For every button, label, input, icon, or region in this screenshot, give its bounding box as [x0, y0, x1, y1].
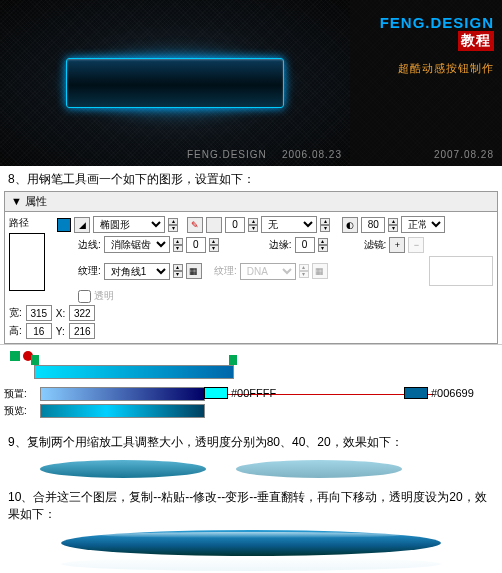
edge2-label: 边缘: [269, 238, 292, 252]
footer-date-left: 2006.08.23 [282, 149, 342, 160]
fill-swatch[interactable] [57, 218, 71, 232]
texture-edit-icon[interactable]: ▦ [186, 263, 202, 279]
edge-amount[interactable] [186, 237, 206, 253]
edge-select[interactable]: 消除锯齿 [104, 236, 170, 253]
pattern-edit-icon: ▦ [312, 263, 328, 279]
stroke-style-spinner[interactable]: ▴▾ [320, 218, 330, 232]
footer-date-right: 2007.08.28 [434, 149, 494, 160]
filter-label: 滤镜: [364, 238, 387, 252]
stroke-spinner[interactable]: ▴▾ [248, 218, 258, 232]
lock-icon [10, 351, 20, 361]
merged-ellipse [61, 530, 441, 556]
ellipse-preview-1 [40, 460, 206, 478]
banner-left: FENG.DESIGN 2006.08.23 [0, 0, 350, 166]
transparent-label: 透明 [94, 289, 114, 303]
pencil-icon[interactable]: ✎ [187, 217, 203, 233]
gradient-stop-right[interactable] [229, 355, 237, 365]
height-label: 高: [9, 324, 22, 338]
width-input[interactable] [26, 305, 52, 321]
step-8: 8、用钢笔工具画一个如下的图形，设置如下： [0, 166, 502, 191]
preview-label: 预览: [4, 404, 36, 418]
preset-gradient[interactable] [40, 387, 205, 401]
opacity-icon[interactable]: ◐ [342, 217, 358, 233]
texture-label: 纹理: [78, 264, 101, 278]
height-input[interactable] [26, 323, 52, 339]
step-9: 9、复制两个用缩放工具调整大小，透明度分别为80、40、20，效果如下： [0, 429, 502, 454]
glow-button-preview [66, 58, 284, 108]
opacity-spinner[interactable]: ▴▾ [388, 218, 398, 232]
edge2-input[interactable] [295, 237, 315, 253]
banner-right: FENG.DESIGN 教程 超酷动感按钮制作 2007.08.28 [350, 0, 502, 166]
stroke-style[interactable]: 无 [261, 216, 317, 233]
fill-type-icon[interactable]: ◢ [74, 217, 90, 233]
opacity-input[interactable] [361, 217, 385, 233]
transparent-checkbox[interactable] [78, 290, 91, 303]
color-hex-2: #006699 [431, 387, 474, 399]
preset-label: 预置: [4, 387, 36, 401]
gradient-stop-left[interactable] [31, 355, 39, 365]
add-filter-icon[interactable]: + [389, 237, 405, 253]
shape-spinner[interactable]: ▴▾ [168, 218, 178, 232]
color-hex-1: #00FFFF [231, 387, 276, 399]
pattern-select: DNA [240, 263, 296, 280]
properties-panel: ▼ 属性 路径 宽: X: 高: Y: ◢ 椭圆形 ▴▾ [4, 191, 498, 344]
color-chip-1[interactable] [204, 387, 228, 399]
step-10: 10、合并这三个图层，复制--粘贴--修改--变形--垂直翻转，再向下移动，透明… [0, 484, 502, 526]
panel-title: ▼ 属性 [5, 192, 497, 212]
filter-list[interactable] [429, 256, 493, 286]
ellipse-preview-2 [236, 460, 402, 478]
remove-filter-icon[interactable]: − [408, 237, 424, 253]
gradient-track[interactable] [34, 365, 234, 379]
footer-brand: FENG.DESIGN [187, 149, 267, 160]
blend-select[interactable]: 正常 [401, 216, 445, 233]
gradient-panel: 预置: #00FFFF #006699 预览: [0, 344, 502, 429]
stroke-width[interactable] [225, 217, 245, 233]
width-label: 宽: [9, 306, 22, 320]
pattern-label: 纹理: [214, 264, 237, 278]
path-thumbnail[interactable] [9, 233, 45, 291]
color-chip-2[interactable] [404, 387, 428, 399]
edge-label: 边线: [78, 238, 101, 252]
texture-select[interactable]: 对角线1 [104, 263, 170, 280]
stroke-swatch[interactable] [206, 217, 222, 233]
shape-select[interactable]: 椭圆形 [93, 216, 165, 233]
ellipse-reflection [61, 557, 441, 571]
preview-gradient [40, 404, 205, 418]
path-label: 路径 [9, 217, 29, 228]
